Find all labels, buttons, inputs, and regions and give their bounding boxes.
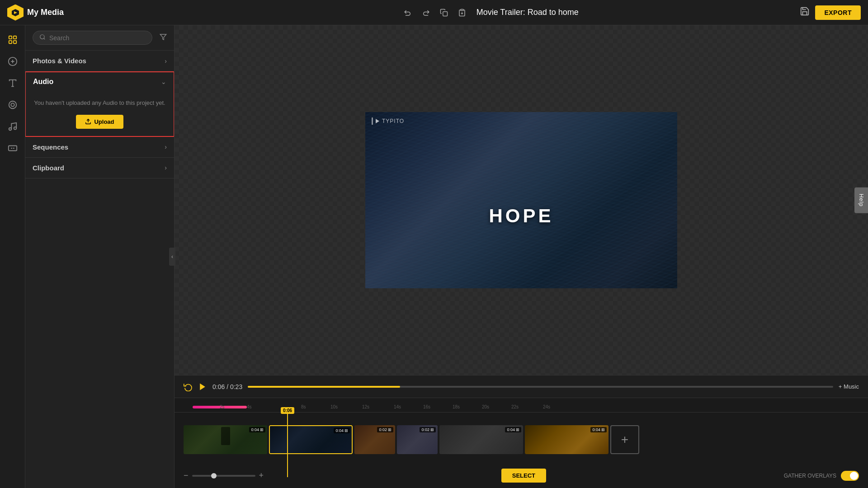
- timeline-clip-1[interactable]: 0:04 ⊞: [184, 425, 267, 454]
- svg-marker-22: [160, 34, 166, 40]
- clip-6-badge: 0:04 ⊞: [590, 427, 607, 432]
- tick-2s: 2s: [220, 404, 225, 409]
- copy-frames-button[interactable]: [437, 5, 451, 20]
- clipboard-chevron: ›: [165, 164, 167, 171]
- rail-shapes-icon[interactable]: [4, 96, 22, 114]
- player-controls: 0:06 / 0:23 + Music: [175, 375, 868, 398]
- timeline-area: 2s 4s 8s 10s 12s 14s 16s 18s 20s 22s 24s…: [175, 398, 868, 488]
- time-separator: /: [226, 383, 230, 390]
- upload-label: Upload: [94, 118, 114, 125]
- zoom-out-button[interactable]: −: [184, 471, 189, 480]
- rail-text-icon[interactable]: [4, 74, 22, 92]
- clipboard-header[interactable]: Clipboard ›: [25, 158, 174, 178]
- playhead-label: 0:06: [281, 407, 294, 414]
- upload-button[interactable]: Upload: [76, 115, 123, 129]
- zoom-slider[interactable]: [192, 475, 255, 477]
- tick-4s: 4s: [247, 404, 252, 409]
- sequences-header[interactable]: Sequences ›: [25, 137, 174, 157]
- rail-media-icon[interactable]: [4, 31, 22, 49]
- toggle-knob: [850, 472, 858, 480]
- save-icon[interactable]: [800, 6, 810, 19]
- tick-24s: 24s: [543, 404, 550, 409]
- tick-10s: 10s: [330, 404, 338, 409]
- clip-5-duration: 0:04: [507, 427, 515, 432]
- add-clip-button[interactable]: +: [610, 425, 639, 454]
- help-button[interactable]: Help: [854, 188, 868, 213]
- topbar-left: My Media: [7, 5, 179, 21]
- timeline-clips: 0:04 ⊞ 0:04 ⊞: [175, 413, 868, 467]
- sequences-chevron: ›: [165, 143, 167, 150]
- project-title: Movie Trailer: Road to home: [476, 8, 579, 17]
- playhead[interactable]: 0:06: [281, 407, 294, 477]
- video-preview: Help TYPITO HOPE: [175, 25, 868, 375]
- timeline-clip-6[interactable]: 0:04 ⊞: [525, 425, 609, 454]
- tick-12s: 12s: [362, 404, 369, 409]
- tick-16s: 16s: [423, 404, 430, 409]
- svg-point-18: [14, 127, 16, 130]
- export-button[interactable]: EXPORT: [815, 5, 861, 20]
- audio-header[interactable]: Audio ⌄: [26, 72, 174, 91]
- app-title: My Media: [27, 8, 64, 17]
- clip-6-icon: ⊞: [601, 427, 605, 432]
- clip-3-badge: 0:02 ⊞: [377, 427, 393, 432]
- search-input[interactable]: [49, 34, 146, 42]
- zoom-controls: − +: [184, 471, 264, 480]
- clip-4-duration: 0:02: [421, 427, 429, 432]
- clip-4-badge: 0:02 ⊞: [420, 427, 436, 432]
- playhead-line: [287, 414, 288, 477]
- gather-overlays-row: GATHER OVERLAYS: [784, 471, 859, 481]
- tick-20s: 20s: [482, 404, 489, 409]
- select-button[interactable]: SELECT: [501, 469, 546, 483]
- audio-content: You haven't uploaded any Audio to this p…: [26, 91, 174, 136]
- zoom-in-button[interactable]: +: [259, 471, 264, 480]
- main-layout: Photos & Videos › Audio ⌄ You haven't up…: [0, 25, 868, 488]
- sequences-title: Sequences: [33, 143, 68, 151]
- audio-title: Audio: [33, 78, 53, 86]
- sidebar-collapse-btn[interactable]: ‹: [169, 248, 175, 266]
- timeline-clip-5[interactable]: 0:04 ⊞: [439, 425, 523, 454]
- timeline-ruler: 2s 4s 8s 10s 12s 14s 16s 18s 20s 22s 24s…: [175, 402, 868, 413]
- timeline-clip-4[interactable]: 0:02 ⊞: [397, 425, 438, 454]
- wave-layer-3: [365, 112, 677, 288]
- play-button[interactable]: [198, 382, 207, 391]
- app-logo: [7, 5, 24, 21]
- paste-frames-button[interactable]: [455, 5, 469, 20]
- sequences-section: Sequences ›: [25, 137, 174, 158]
- total-time: 0:23: [230, 383, 242, 390]
- rail-upload-icon[interactable]: [4, 52, 22, 70]
- rail-cc-icon[interactable]: [4, 139, 22, 157]
- gather-overlays-toggle[interactable]: [841, 471, 859, 481]
- tick-22s: 22s: [511, 404, 519, 409]
- clip-2-icon: ⊞: [344, 428, 348, 433]
- filter-button[interactable]: [160, 33, 167, 42]
- svg-point-16: [11, 103, 14, 106]
- tick-14s: 14s: [394, 404, 401, 409]
- rail-music-icon[interactable]: [4, 117, 22, 136]
- undo-button[interactable]: [401, 5, 415, 20]
- search-area: [25, 25, 174, 51]
- icon-rail: [0, 25, 25, 488]
- svg-marker-24: [200, 383, 205, 390]
- restart-button[interactable]: [184, 382, 193, 391]
- content-area: Help TYPITO HOPE: [175, 25, 868, 488]
- svg-rect-9: [9, 41, 11, 43]
- search-box: [33, 31, 152, 45]
- tick-8s: 8s: [301, 404, 306, 409]
- music-button[interactable]: + Music: [839, 383, 859, 390]
- video-overlay-text: HOPE: [489, 205, 553, 227]
- clip-1-icon: ⊞: [260, 427, 264, 432]
- gather-overlays-label: GATHER OVERLAYS: [784, 473, 836, 479]
- progress-bar[interactable]: [248, 386, 833, 388]
- timeline-clip-3[interactable]: 0:02 ⊞: [354, 425, 395, 454]
- photos-videos-header[interactable]: Photos & Videos ›: [25, 51, 174, 71]
- topbar-actions: [401, 5, 469, 20]
- clip-3-icon: ⊞: [388, 427, 392, 432]
- svg-rect-19: [8, 146, 16, 151]
- search-icon: [39, 34, 46, 42]
- photos-videos-title: Photos & Videos: [33, 57, 86, 65]
- svg-rect-2: [443, 11, 447, 16]
- redo-button[interactable]: [419, 5, 433, 20]
- clip-2-duration: 0:04: [335, 428, 344, 433]
- brand-triangle: [376, 119, 379, 123]
- video-background: TYPITO HOPE: [365, 112, 677, 288]
